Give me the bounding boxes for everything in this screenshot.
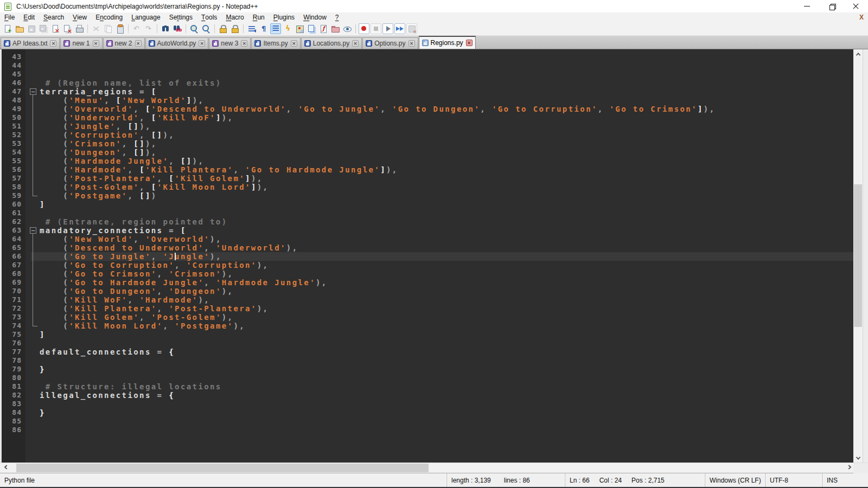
- horizontal-scrollbar-thumb[interactable]: [16, 464, 429, 472]
- macro-save-button[interactable]: [406, 23, 417, 34]
- close-window-button[interactable]: [844, 0, 868, 12]
- code-line-56: 56 ('Hardmode', ['Kill Plantera', 'Go to…: [2, 165, 853, 174]
- macro-play-button[interactable]: [382, 23, 393, 34]
- tab-autoworld-py[interactable]: AutoWorld.py×: [145, 37, 209, 49]
- menu-window[interactable]: Window: [299, 12, 331, 22]
- tab-options-py[interactable]: Options.py×: [362, 37, 418, 49]
- code-line-82: 82illegal_connections = {: [2, 391, 853, 400]
- word-wrap-button[interactable]: [246, 23, 257, 34]
- line-number: 69: [2, 278, 25, 287]
- horizontal-scrollbar: [0, 463, 868, 473]
- close-button[interactable]: [50, 23, 61, 34]
- tab-items-py[interactable]: Items.py×: [251, 37, 300, 49]
- paste-button[interactable]: [114, 23, 125, 34]
- tab-new-2[interactable]: new 2×: [103, 37, 145, 49]
- replace-button[interactable]: [172, 23, 183, 34]
- menu-language[interactable]: Language: [127, 12, 164, 22]
- copy-button[interactable]: [103, 23, 113, 34]
- close-all-button[interactable]: [62, 23, 73, 34]
- menu-view[interactable]: View: [68, 12, 91, 22]
- monitoring-button[interactable]: [342, 23, 353, 34]
- scroll-up-button[interactable]: [853, 49, 863, 59]
- scroll-left-button[interactable]: [2, 463, 11, 472]
- line-number: 46: [2, 79, 25, 87]
- new-file-button[interactable]: [2, 23, 13, 34]
- tab-close-icon[interactable]: ×: [291, 40, 297, 47]
- scroll-down-button[interactable]: [853, 453, 863, 463]
- line-number: 76: [2, 339, 25, 348]
- undo-button[interactable]: [131, 23, 142, 34]
- minimize-button[interactable]: [795, 0, 819, 12]
- folder-as-workspace-button[interactable]: [330, 23, 341, 34]
- menu-encoding[interactable]: Encoding: [91, 12, 127, 22]
- menu-run[interactable]: Run: [248, 12, 269, 22]
- code-text: ('Post-Plantera', ['Kill Golem']),: [40, 174, 263, 183]
- menu-macro[interactable]: Macro: [221, 12, 248, 22]
- document-list-button[interactable]: [306, 23, 317, 34]
- document-map-button[interactable]: [294, 23, 305, 34]
- tab-close-icon[interactable]: ×: [135, 40, 142, 47]
- eol-format-status[interactable]: Windows (CR LF): [705, 473, 765, 487]
- tab-regions-py[interactable]: Regions.py×: [419, 36, 476, 49]
- find-icon: [161, 24, 170, 33]
- scrollbar-corner: [853, 463, 868, 473]
- code-text: ('Go to Hardmode Jungle', 'Hardmode Jung…: [40, 278, 328, 287]
- macro-stop-button[interactable]: [371, 23, 381, 34]
- tab-locations-py[interactable]: Locations.py×: [301, 37, 362, 49]
- insert-mode-status[interactable]: INS: [822, 473, 868, 487]
- redo-button[interactable]: [143, 23, 154, 34]
- menu-search[interactable]: Search: [39, 12, 68, 22]
- code-text: ('Descend to Underworld', 'Underworld'),: [40, 243, 298, 252]
- line-number: 48: [2, 96, 25, 105]
- menu-[interactable]: ?: [331, 12, 343, 22]
- tab-new-3[interactable]: new 3×: [209, 37, 251, 49]
- menu-plugins[interactable]: Plugins: [269, 12, 299, 22]
- sync-horizontal-scrolling-button[interactable]: [229, 23, 240, 34]
- menu-tools[interactable]: Tools: [197, 12, 221, 22]
- code-line-70: 70 ('Go to Dungeon', 'Dungeon'),: [2, 287, 853, 296]
- define-language-button[interactable]: [282, 23, 293, 34]
- code-line-50: 50 ('Underworld', ['Kill WoF']),: [2, 113, 853, 122]
- zoom-out-button[interactable]: [201, 23, 212, 34]
- scroll-right-button[interactable]: [844, 463, 853, 472]
- line-number: 66: [2, 252, 25, 261]
- code-editor[interactable]: 43444546 # (Region name, list of exits)4…: [2, 49, 853, 463]
- close-all-icon: [63, 24, 72, 33]
- indent-guide-button[interactable]: [270, 23, 281, 34]
- find-button[interactable]: [160, 23, 171, 34]
- save-all-button[interactable]: [38, 23, 49, 34]
- line-number: 74: [2, 322, 25, 330]
- open-file-button[interactable]: [14, 23, 25, 34]
- cut-button[interactable]: [91, 23, 101, 34]
- menu-file[interactable]: File: [0, 12, 19, 22]
- tab-close-icon[interactable]: ×: [466, 40, 473, 46]
- tab-close-icon[interactable]: ×: [93, 40, 99, 47]
- print-button[interactable]: [74, 23, 85, 34]
- tab-close-icon[interactable]: ×: [199, 40, 205, 47]
- vertical-scrollbar-thumb[interactable]: [854, 184, 862, 327]
- code-text: }: [40, 408, 46, 417]
- encoding-status[interactable]: UTF-8: [765, 473, 822, 487]
- tab-new-1[interactable]: new 1×: [60, 37, 102, 49]
- menu-settings[interactable]: Settings: [165, 12, 197, 22]
- show-all-characters-button[interactable]: [258, 23, 269, 34]
- title-bar[interactable]: C:\Users\Dood\Documents\tmp\Archipelago\…: [0, 0, 868, 12]
- sync-vertical-scrolling-button[interactable]: [218, 23, 228, 34]
- tab-close-icon[interactable]: ×: [50, 40, 56, 47]
- zoom-in-button[interactable]: [189, 23, 200, 34]
- menu-edit[interactable]: Edit: [19, 12, 39, 22]
- line-number: 86: [2, 426, 25, 434]
- undo-icon: [132, 24, 141, 33]
- macro-record-button[interactable]: [359, 23, 369, 34]
- tab-close-icon[interactable]: ×: [409, 40, 415, 47]
- save-button[interactable]: [26, 23, 37, 34]
- tab-close-icon[interactable]: ×: [352, 40, 359, 47]
- code-line-45: 45: [2, 70, 853, 79]
- tab-close-icon[interactable]: ×: [241, 40, 247, 47]
- tab-ap-ideas-txt[interactable]: AP Ideas.txt×: [1, 37, 60, 49]
- function-list-button[interactable]: [318, 23, 329, 34]
- macro-run-multiple-button[interactable]: [394, 23, 405, 34]
- code-line-47: 47terraria_regions = [: [2, 87, 853, 96]
- close-document-x-icon[interactable]: X: [859, 14, 864, 21]
- restore-button[interactable]: [819, 0, 844, 12]
